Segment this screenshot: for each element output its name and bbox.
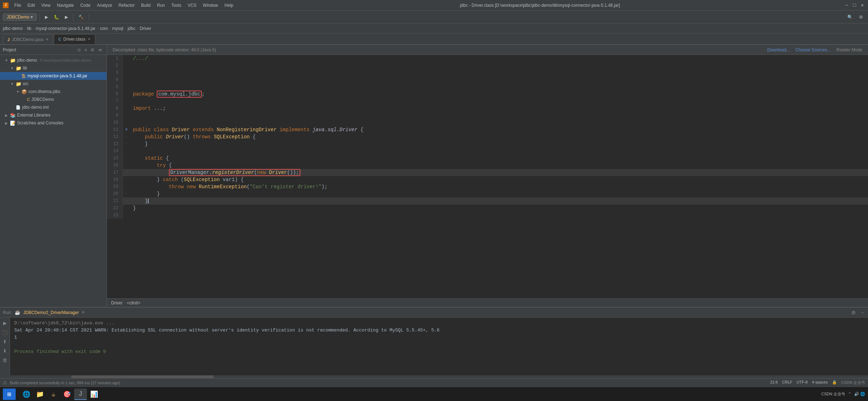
tree-item-jdbcdemo[interactable]: C JDBCDemo [0,96,107,103]
download-link[interactable]: Download... [767,47,790,52]
run-button[interactable]: ▶ [43,14,50,21]
taskbar-time: 🔊 🌐 [854,392,865,396]
breadcrumb-jdbc-demo[interactable]: jdbc-demo [3,26,23,31]
tree-item-jar[interactable]: 🗜 mysql-connector-java-5.1.48.jar [0,72,107,80]
start-button[interactable]: ⊞ [3,389,16,400]
menu-edit[interactable]: Edit [25,2,38,9]
taskbar-app-explorer[interactable]: 📁 [33,389,46,400]
class-icon-jdbcdemo: C [27,97,30,102]
code-editor[interactable]: 1 /.../ 2 3 4 5 [107,55,868,298]
menu-window[interactable]: Window [200,2,221,9]
status-encoding[interactable]: UTF-8 [797,380,808,385]
code-line-22: 22 } [107,205,868,212]
breadcrumb-lib[interactable]: lib [27,26,31,31]
clear-btn[interactable]: 🗑 [1,356,9,364]
tab-close-jdbcdemo[interactable]: ✕ [46,37,48,41]
code-line-16: 16 ◦ try { [107,162,868,169]
line-gutter-13: ◦ [123,140,130,148]
rerun-button[interactable]: ▶ [1,319,9,327]
debug-button[interactable]: 🐛 [52,14,61,21]
restore-button[interactable]: □ [852,2,857,8]
sidebar-collapse-btn[interactable]: ≡ [83,47,88,53]
tree-item-src[interactable]: ▼ 📁 src [0,80,107,88]
scroll-bottom-btn[interactable]: ⬇ [1,347,9,355]
run-content: ▶ ⬛ ⬆ ⬇ 🗑 D:\software\jdk8_72\bin\java.e… [0,318,868,375]
taskbar-app-2[interactable]: 📊 [88,389,100,400]
menu-view[interactable]: View [38,2,53,9]
folder-icon-root: 📁 [10,58,16,63]
bottom-bc-driver[interactable]: Driver [111,300,123,305]
run-tab-close[interactable]: ✕ [82,310,85,315]
line-num-9: 9 [107,112,123,119]
menu-help[interactable]: Help [222,2,236,9]
run-panel-left: Run: ☕ JDBCDemo2_DriverManager ✕ [3,310,85,315]
tree-item-lib[interactable]: ▼ 📁 lib [0,64,107,72]
reader-mode-link[interactable]: Reader Mode [836,47,862,52]
code-line-8: 8 import ...; [107,105,868,112]
menu-run[interactable]: Run [154,2,168,9]
main-area: Project ⊙ ≡ ⚙ ≪ ▼ 📁 jdbc-demo D:\workspa… [0,45,868,307]
sidebar-more-btn[interactable]: ≪ [97,47,104,53]
taskbar-app-browser[interactable]: 🌐 [20,389,33,400]
breadcrumb-com[interactable]: com [100,26,108,31]
menu-vcs[interactable]: VCS [185,2,200,9]
bottom-bc-clinit[interactable]: <clinit> [127,300,140,305]
line-num-21: 21 [107,197,123,205]
settings-button[interactable]: ⚙ [857,14,865,21]
breadcrumb-mysql[interactable]: mysql [112,26,123,31]
breadcrumb-jdbc[interactable]: jdbc [128,26,135,31]
code-line-15: 15 ◦ static { [107,155,868,162]
scroll-top-btn[interactable]: ⬆ [1,338,9,345]
run-output-line-5: Process finished with exit code 0 [14,348,864,355]
tree-label-jdbcdemo: JDBCDemo [31,97,54,102]
window-title: jdbc - Driver.class [D:\workspace\jdbc\j… [460,3,620,8]
code-line-20: 20 ◦ } [107,190,868,197]
tree-label-jar: mysql-connector-java-5.1.48.jar [27,73,87,78]
taskbar-app-java[interactable]: ☕ [47,389,60,400]
breadcrumb-driver[interactable]: Driver [140,26,151,31]
toolbar-right: 🔍 ⚙ [845,14,865,21]
taskbar-app-intellij[interactable]: J [74,389,87,400]
line-num-4: 4 [107,76,123,83]
menu-build[interactable]: Build [138,2,154,9]
menu-analyze[interactable]: Analyze [94,2,115,9]
code-line-4: 4 [107,76,868,83]
taskbar-chevron-up[interactable]: ⌃ [848,392,851,396]
tree-item-root[interactable]: ▼ 📁 jdbc-demo D:\workspace\jdbc\jdbc-dem… [0,56,107,64]
run-coverage-button[interactable]: ▶ [63,14,70,21]
status-line-ending[interactable]: CRLF [782,380,792,385]
run-panel-settings-btn[interactable]: ⚙ [850,309,857,316]
menu-code[interactable]: Code [77,2,93,9]
menu-refactor[interactable]: Refactor [116,2,138,9]
tab-jdbcdemo[interactable]: J JDBCDemo.java ✕ [3,34,53,44]
search-button[interactable]: 🔍 [845,14,855,21]
run-configuration[interactable]: JDBCDemo ▾ [3,14,37,21]
taskbar-app-1[interactable]: 🎯 [61,389,73,400]
tree-item-ext-libs[interactable]: ▶ 📚 External Libraries [0,111,107,119]
status-position[interactable]: 21:6 [770,380,777,385]
run-output: D:\software\jdk8_72\bin\java.exe ... Sat… [10,318,868,375]
menu-navigate[interactable]: Navigate [54,2,77,9]
horizontal-scrollbar[interactable] [0,375,868,378]
close-button[interactable]: ✕ [859,2,865,8]
status-indent[interactable]: 4 spaces [812,380,828,385]
sidebar-settings-btn[interactable]: ⚙ [89,47,95,53]
scroll-thumb-h[interactable] [71,375,214,378]
folder-icon-src: 📁 [16,81,21,87]
menu-tools[interactable]: Tools [169,2,184,9]
toolbar-separator-3 [89,14,89,21]
tree-item-scratches[interactable]: ▶ 📝 Scratches and Consoles [0,119,107,127]
minimize-button[interactable]: − [844,2,849,8]
tab-close-driver[interactable]: ✕ [88,37,91,41]
run-panel-collapse-btn[interactable]: − [859,309,865,316]
sidebar-locate-btn[interactable]: ⊙ [76,47,82,53]
choose-sources-link[interactable]: Choose Sources... [796,47,831,52]
breadcrumb-jar[interactable]: mysql-connector-java-5.1.48.jar [36,26,95,31]
menu-file[interactable]: File [11,2,24,9]
tree-item-iml[interactable]: 📄 jdbc-demo.iml [0,103,107,111]
line-content-20: } [130,190,160,197]
build-button[interactable]: 🔨 [76,14,86,21]
stop-button[interactable]: ⬛ [1,328,9,336]
tab-driver[interactable]: C Driver.class ✕ [54,34,95,44]
tree-item-package[interactable]: ▼ 📦 com.itheima.jdbc [0,88,107,96]
